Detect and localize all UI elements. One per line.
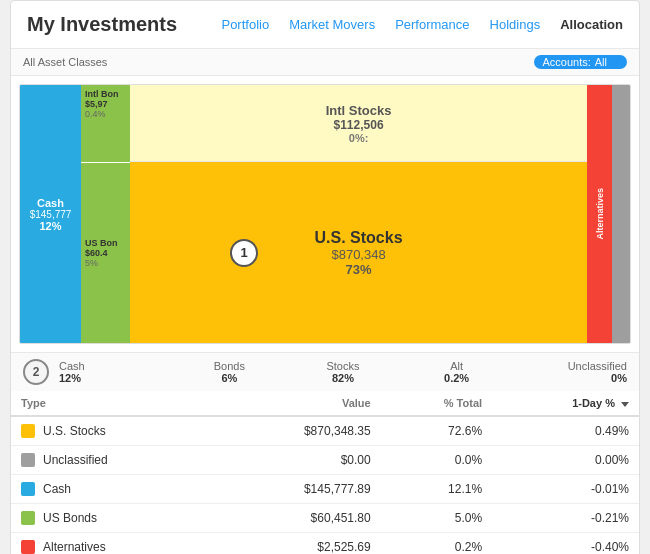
cell-type: Cash bbox=[11, 475, 215, 504]
bonds-column: Intl Bon $5,97 0.4% US Bon $60.4 5% bbox=[81, 85, 130, 343]
col-pct-total-header: % Total bbox=[381, 391, 492, 416]
table-row: Alternatives$2,525.690.2%-0.40% bbox=[11, 533, 639, 555]
table-row: US Bonds$60,451.805.0%-0.21% bbox=[11, 504, 639, 533]
page-title: My Investments bbox=[27, 13, 177, 36]
intl-bonds-label: Intl Bon bbox=[85, 89, 119, 99]
summary-unclassified-pct: 0% bbox=[611, 372, 627, 384]
intl-bonds-pct: 0.4% bbox=[85, 109, 106, 119]
cell-pct-total: 0.2% bbox=[381, 533, 492, 555]
us-stocks-label: U.S. Stocks bbox=[315, 229, 403, 247]
sort-icon bbox=[621, 402, 629, 407]
intl-stocks-pct: 0%: bbox=[349, 132, 369, 144]
summary-alt-label: Alt bbox=[450, 360, 463, 372]
main-container: My Investments Portfolio Market Movers P… bbox=[10, 0, 640, 554]
cell-pct-total: 72.6% bbox=[381, 416, 492, 446]
type-name: Unclassified bbox=[43, 453, 108, 467]
cell-type: US Bonds bbox=[11, 504, 215, 533]
cell-1day: 0.49% bbox=[492, 416, 639, 446]
tab-market-movers[interactable]: Market Movers bbox=[289, 17, 375, 32]
cash-block[interactable]: Cash $145,777 12% bbox=[20, 85, 81, 343]
treemap-container: Cash $145,777 12% Intl Bon $5,97 0.4% US… bbox=[11, 76, 639, 352]
col-1day-header[interactable]: 1-Day % bbox=[492, 391, 639, 416]
us-bonds-label: US Bon bbox=[85, 238, 118, 248]
type-name: Cash bbox=[43, 482, 71, 496]
asset-class-filter: All Asset Classes bbox=[23, 56, 107, 68]
accounts-value: All bbox=[595, 56, 607, 68]
intl-stocks-label: Intl Stocks bbox=[326, 103, 392, 118]
type-name: Alternatives bbox=[43, 540, 106, 554]
tab-holdings[interactable]: Holdings bbox=[490, 17, 541, 32]
cell-pct-total: 5.0% bbox=[381, 504, 492, 533]
tab-portfolio[interactable]: Portfolio bbox=[221, 17, 269, 32]
cell-1day: -0.01% bbox=[492, 475, 639, 504]
cell-value: $870,348.35 bbox=[215, 416, 381, 446]
summary-bonds: Bonds 6% bbox=[173, 360, 287, 384]
summary-bar: 2 Cash 12% Bonds 6% Stocks 82% Alt 0.2% … bbox=[11, 352, 639, 391]
summary-unclassified: Unclassified 0% bbox=[513, 360, 627, 384]
us-stocks-value: $870,348 bbox=[331, 247, 385, 262]
summary-bonds-label: Bonds bbox=[214, 360, 245, 372]
type-color-swatch bbox=[21, 424, 35, 438]
table-row: Cash$145,777.8912.1%-0.01% bbox=[11, 475, 639, 504]
type-color-swatch bbox=[21, 482, 35, 496]
filter-bar: All Asset Classes Accounts: All bbox=[11, 49, 639, 76]
summary-cash-label: Cash bbox=[59, 360, 85, 372]
us-bonds-value: $60.4 bbox=[85, 248, 108, 258]
type-color-swatch bbox=[21, 453, 35, 467]
cell-type: Unclassified bbox=[11, 446, 215, 475]
circle-1-badge: 1 bbox=[230, 239, 258, 267]
cell-type: U.S. Stocks bbox=[11, 416, 215, 446]
cell-value: $2,525.69 bbox=[215, 533, 381, 555]
holdings-table: Type Value % Total 1-Day % U.S. Stocks$8… bbox=[11, 391, 639, 554]
header: My Investments Portfolio Market Movers P… bbox=[11, 1, 639, 49]
type-color-swatch bbox=[21, 540, 35, 554]
cell-value: $145,777.89 bbox=[215, 475, 381, 504]
intl-stocks-value: $112,506 bbox=[334, 118, 384, 132]
table-row: Unclassified$0.000.0%0.00% bbox=[11, 446, 639, 475]
type-name: US Bonds bbox=[43, 511, 97, 525]
cell-value: $0.00 bbox=[215, 446, 381, 475]
us-stocks-pct: 73% bbox=[346, 262, 372, 277]
intl-stocks-block[interactable]: Intl Stocks $112,506 0%: bbox=[130, 85, 588, 162]
table-header-row: Type Value % Total 1-Day % bbox=[11, 391, 639, 416]
stocks-column: Intl Stocks $112,506 0%: 1 U.S. Stocks $… bbox=[130, 85, 588, 343]
nav-tabs: Portfolio Market Movers Performance Hold… bbox=[221, 17, 623, 32]
alt-label: Alternatives bbox=[595, 188, 605, 240]
summary-unclassified-label: Unclassified bbox=[568, 360, 627, 372]
cell-pct-total: 0.0% bbox=[381, 446, 492, 475]
cell-1day: 0.00% bbox=[492, 446, 639, 475]
cash-label: Cash bbox=[37, 197, 64, 209]
tab-performance[interactable]: Performance bbox=[395, 17, 469, 32]
cash-pct: 12% bbox=[39, 220, 61, 232]
tab-allocation[interactable]: Allocation bbox=[560, 17, 623, 32]
summary-stocks-pct: 82% bbox=[332, 372, 354, 384]
unclassified-block[interactable] bbox=[612, 85, 630, 343]
circle-2-badge: 2 bbox=[23, 359, 49, 385]
col-value-header: Value bbox=[215, 391, 381, 416]
accounts-filter[interactable]: Accounts: All bbox=[534, 55, 627, 69]
summary-bonds-pct: 6% bbox=[221, 372, 237, 384]
cell-type: Alternatives bbox=[11, 533, 215, 555]
summary-stocks: Stocks 82% bbox=[286, 360, 400, 384]
accounts-label: Accounts: bbox=[542, 56, 590, 68]
type-name: U.S. Stocks bbox=[43, 424, 106, 438]
summary-alt-pct: 0.2% bbox=[444, 372, 469, 384]
accounts-dropdown-icon[interactable] bbox=[611, 60, 619, 65]
summary-stocks-label: Stocks bbox=[326, 360, 359, 372]
summary-items: Cash 12% Bonds 6% Stocks 82% Alt 0.2% Un… bbox=[59, 360, 627, 384]
cash-value: $145,777 bbox=[30, 209, 72, 220]
col-type-header: Type bbox=[11, 391, 215, 416]
type-color-swatch bbox=[21, 511, 35, 525]
intl-bonds-block[interactable]: Intl Bon $5,97 0.4% bbox=[81, 85, 130, 162]
us-bonds-pct: 5% bbox=[85, 258, 98, 268]
us-stocks-block[interactable]: 1 U.S. Stocks $870,348 73% bbox=[130, 162, 588, 343]
table-row: U.S. Stocks$870,348.3572.6%0.49% bbox=[11, 416, 639, 446]
cell-1day: -0.40% bbox=[492, 533, 639, 555]
summary-alt: Alt 0.2% bbox=[400, 360, 514, 384]
summary-cash-pct: 12% bbox=[59, 372, 81, 384]
cell-value: $60,451.80 bbox=[215, 504, 381, 533]
treemap: Cash $145,777 12% Intl Bon $5,97 0.4% US… bbox=[19, 84, 631, 344]
us-bonds-block[interactable]: US Bon $60.4 5% bbox=[81, 162, 130, 343]
alternatives-block[interactable]: Alternatives bbox=[587, 85, 611, 343]
summary-cash: Cash 12% bbox=[59, 360, 173, 384]
